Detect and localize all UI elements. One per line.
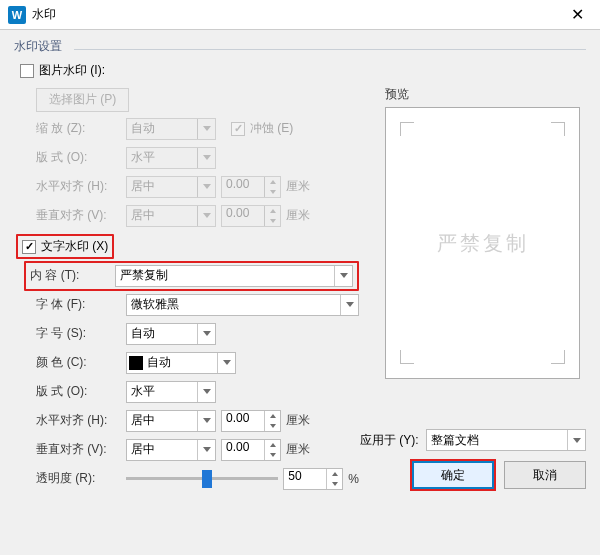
text-valign-unit: 厘米 (286, 441, 310, 458)
select-image-button: 选择图片 (P) (36, 88, 129, 112)
apply-label: 应用于 (Y): (360, 432, 419, 449)
titlebar: W 水印 ✕ (0, 0, 600, 30)
apply-select[interactable]: 整篇文档 (426, 429, 586, 451)
text-valign-spinner[interactable]: 0.00 (221, 439, 281, 461)
image-halign-spinner: 0.00 (221, 176, 281, 198)
font-label: 字 体 (F): (36, 296, 121, 313)
image-watermark-label: 图片水印 (I): (39, 62, 105, 79)
content-highlight: 内 容 (T): 严禁复制 (24, 261, 359, 291)
text-valign-label: 垂直对齐 (V): (36, 441, 121, 458)
crop-br-icon (551, 350, 565, 364)
text-halign-unit: 厘米 (286, 412, 310, 429)
image-halign-unit: 厘米 (286, 178, 310, 195)
window-title: 水印 (32, 6, 562, 23)
erosion-label: 冲蚀 (E) (250, 120, 293, 137)
text-watermark-label: 文字水印 (X) (41, 238, 108, 255)
preview-pane: 预览 严禁复制 (385, 86, 580, 379)
opacity-spinner[interactable]: 50 (283, 468, 343, 490)
ok-button[interactable]: 确定 (412, 461, 494, 489)
preview-watermark-text: 严禁复制 (437, 230, 529, 257)
image-valign-select: 居中 (126, 205, 216, 227)
font-select[interactable]: 微软雅黑 (126, 294, 359, 316)
opacity-label: 透明度 (R): (36, 470, 121, 487)
text-halign-select[interactable]: 居中 (126, 410, 216, 432)
image-valign-label: 垂直对齐 (V): (36, 207, 121, 224)
size-select[interactable]: 自动 (126, 323, 216, 345)
opacity-unit: % (348, 472, 359, 486)
scale-select: 自动 (126, 118, 216, 140)
crop-bl-icon (400, 350, 414, 364)
close-button[interactable]: ✕ (562, 5, 592, 24)
text-layout-label: 版 式 (O): (36, 383, 121, 400)
text-valign-select[interactable]: 居中 (126, 439, 216, 461)
size-label: 字 号 (S): (36, 325, 121, 342)
crop-tr-icon (551, 122, 565, 136)
group-label: 水印设置 (14, 38, 586, 57)
image-valign-unit: 厘米 (286, 207, 310, 224)
text-halign-label: 水平对齐 (H): (36, 412, 121, 429)
text-halign-spinner[interactable]: 0.00 (221, 410, 281, 432)
opacity-slider[interactable] (126, 468, 278, 490)
content-label: 内 容 (T): (30, 267, 110, 284)
text-watermark-checkbox[interactable] (22, 240, 36, 254)
color-label: 颜 色 (C): (36, 354, 121, 371)
image-watermark-checkbox[interactable] (20, 64, 34, 78)
cancel-button[interactable]: 取消 (504, 461, 586, 489)
image-layout-select: 水平 (126, 147, 216, 169)
preview-label: 预览 (385, 86, 580, 103)
group-divider (74, 49, 586, 50)
erosion-checkbox (231, 122, 245, 136)
image-halign-label: 水平对齐 (H): (36, 178, 121, 195)
preview-box: 严禁复制 (385, 107, 580, 379)
app-icon: W (8, 6, 26, 24)
image-halign-select: 居中 (126, 176, 216, 198)
color-select[interactable]: 自动 (126, 352, 236, 374)
content-select[interactable]: 严禁复制 (115, 265, 353, 287)
image-layout-label: 版 式 (O): (36, 149, 121, 166)
image-valign-spinner: 0.00 (221, 205, 281, 227)
crop-tl-icon (400, 122, 414, 136)
scale-label: 缩 放 (Z): (36, 120, 121, 137)
text-layout-select[interactable]: 水平 (126, 381, 216, 403)
text-watermark-highlight: 文字水印 (X) (16, 234, 114, 259)
